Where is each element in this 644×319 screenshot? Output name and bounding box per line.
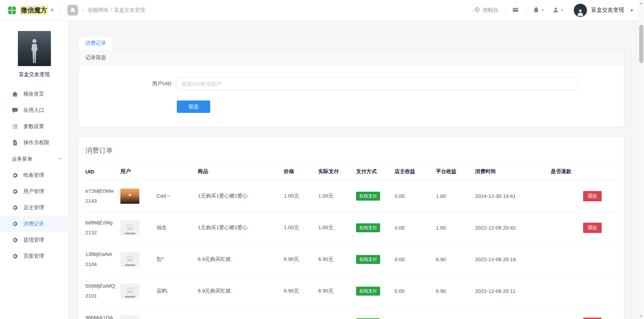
sidebar-item-user-management[interactable]: 用户管理 [0,183,68,200]
clover-logo-icon [7,5,17,15]
gear-icon [12,253,18,259]
sidebar-item-withdrawal-management[interactable]: 提现管理 [0,232,68,248]
order-owner-income: 0.00 [395,275,436,307]
sidebar-item-operator-permissions[interactable]: 操作员权限 [0,135,68,151]
order-product: 1元购买1爱心赠2爱心 [198,307,284,319]
order-price: 1.00元 [284,307,318,319]
pay-method-badge: 在线支付 [356,192,380,201]
order-user-id: 2132 [85,228,118,238]
sidebar-item-module-home[interactable]: 模块首页 [0,86,68,102]
order-uid: 500MjEwMQ [85,281,118,291]
logo-mark: © [51,8,53,12]
card-icon [512,7,519,14]
sidebar-item-consumption-records[interactable]: 消费记录 [0,216,68,232]
account-menu[interactable]: 盲盒交友变现 ▼ [573,3,634,17]
pay-method-badge: 在线支付 [356,223,380,232]
table-header-row: UID用户商品价格实际支付支付方式店主收益平台收益消费时间是否退款 [85,164,618,180]
breadcrumb-separator: / [110,7,112,13]
breadcrumb-item-current: 盲盒交友变现 [114,7,145,13]
order-platform-income: 1.00 [436,307,475,319]
home-icon [70,7,76,14]
refund-button[interactable]: 退款 [583,191,602,201]
vertical-scrollbar[interactable]: ▲ ▼ [638,0,644,319]
sidebar-group-business-menu[interactable]: 业务菜单 [0,151,68,167]
order-uid: bd8MjEzMg [85,218,118,228]
sidebar-item-label: 用户管理 [23,188,44,195]
breadcrumb-home-button[interactable] [67,5,78,15]
placeholder-caption [125,233,135,234]
sidebar-nav: 模块首页应用入口参数设置操作员权限 业务菜单 纸条管理用户管理店主管理消费记录提… [0,86,68,264]
uid-search-input[interactable] [177,77,578,90]
sidebar-item-page-management[interactable]: 页面管理 [0,248,68,264]
user-menu-button[interactable]: ▼ [552,7,564,14]
home-icon [12,91,18,97]
chevron-down-icon [57,156,62,162]
order-price: 6.90元 [284,275,318,307]
filter-submit-button[interactable]: 筛选 [177,100,210,113]
scroll-down-arrow-icon[interactable]: ▼ [638,313,644,319]
order-time: 2022-12-06 20:16 [475,244,551,275]
billing-button[interactable] [512,7,519,14]
table-row: 13fMjEwNA 2104 彤^ 6.9元购买红娘 6.90元 6.90元 在… [85,244,618,275]
refund-button[interactable]: 退款 [583,223,602,233]
column-header: 平台收益 [436,164,475,180]
app-logo[interactable]: 微信魔方© [7,5,53,15]
scroll-up-arrow-icon[interactable]: ▲ [638,0,644,6]
sidebar-item-app-entry[interactable]: 应用入口 [0,102,68,118]
divider [60,6,61,15]
notifications-button[interactable]: ▼ [533,7,544,14]
order-owner-income: 0.00 [395,244,436,275]
sidebar-item-label: 纸条管理 [23,172,44,179]
order-time: 2024-12-30 14:41 [475,180,551,212]
column-header: 实际支付 [318,164,356,180]
list-icon [12,123,18,130]
column-header: 价格 [284,164,318,180]
top-header: 微信魔方© › 创颜网络/盲盒交友变现 控制台 ▼ [0,0,644,21]
column-header: 支付方式 [356,164,395,180]
pay-method-badge: 在线支付 [356,255,380,264]
user-name: 远鹤. [157,288,168,294]
user-avatar [120,189,139,204]
sidebar-item-label: 店主管理 [23,204,44,211]
refund-button[interactable]: 退款 [583,318,602,319]
order-actual-paid: 6.90元 [318,275,356,307]
order-user-id: 2101 [85,291,118,301]
sidebar-item-note-management[interactable]: 纸条管理 [0,167,68,183]
tab-consumption-records[interactable]: 消费记录 [78,36,113,50]
user-name: 福生 [157,224,167,231]
sidebar-item-param-settings[interactable]: 参数设置 [0,118,68,135]
breadcrumb-chevron-icon: › [82,7,84,14]
order-product: 1元购买1爱心赠2爱心 [198,212,284,244]
user-name: Cad～ [157,193,171,199]
order-price: 1.00元 [284,212,318,244]
sidebar-item-label: 参数设置 [23,123,44,130]
order-uid: e72MjE0Mw [85,186,118,196]
order-platform-income: 1.00 [436,212,475,244]
order-platform-income: 6.90 [436,275,475,307]
column-header: 用户 [120,164,198,180]
user-name: 彤^ [157,256,164,263]
order-time: 2022-12-06 20:42 [475,212,551,244]
target-icon [474,7,480,14]
order-actual-paid: 1.00元 [318,307,356,319]
order-user-id: 2143 [85,196,118,206]
order-owner-income: 0.00 [395,212,436,244]
table-row: bd8MjEzMg 2132 福生 1元购买1爱心赠2爱心 1.00元 1.00… [85,212,618,244]
mountain-icon [126,287,134,295]
console-label: 控制台 [483,7,498,13]
sidebar-profile: 盲盒交友变现 [0,31,68,78]
breadcrumb-item-network[interactable]: 创颜网络 [88,7,108,13]
uid-label: 用户UID [79,77,177,90]
console-link[interactable]: 控制台 [474,7,498,14]
mountain-icon [126,223,134,232]
user-avatar [120,252,139,267]
order-product: 1元购买1爱心赠2爱心 [198,180,284,212]
logo-text: 微信魔方 [20,6,48,15]
sidebar-item-label: 应用入口 [23,107,44,114]
sidebar-item-label: 页面管理 [23,253,44,259]
order-owner-income: 0.00 [395,180,436,212]
sidebar-item-shop-owner-management[interactable]: 店主管理 [0,200,68,216]
orders-table: UID用户商品价格实际支付支付方式店主收益平台收益消费时间是否退款 e72MjE… [85,163,618,319]
order-time: 2022-12-06 19:43 [475,307,551,319]
scrollbar-thumb[interactable] [639,25,643,63]
